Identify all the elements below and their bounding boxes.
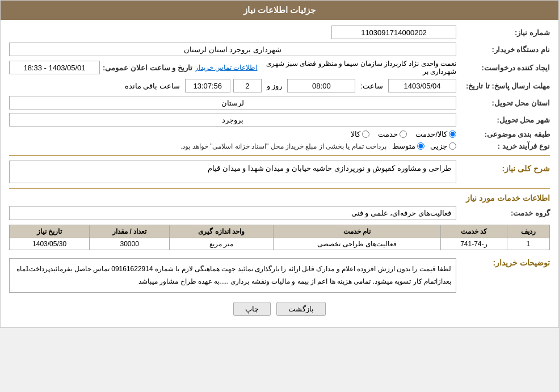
sharh-label: شرح کلی نیاز: (459, 164, 550, 173)
table-row: 1ر-74-741فعالیت‌های طراحی تخصصیمتر مربع3… (10, 238, 550, 250)
tarikh-label: تاریخ و ساعت اعلان عمومی: (103, 64, 192, 72)
tosihaat-row: توضیحات خریدار: لطفا قیمت را بدون ارزش ا… (9, 255, 550, 296)
farayand-row: نوع فرآیند خرید : جزیی متوسط پرداخت تمام… (9, 142, 550, 150)
tosihaat-label: توضیحات خریدار: (459, 258, 550, 267)
sharh-row: شرح کلی نیاز: طراحی و مشاوره کفپوش و نور… (9, 161, 550, 183)
dastgah-label: نام دستگاه خریدار: (459, 45, 550, 54)
motavasset-option[interactable]: متوسط (392, 142, 424, 150)
page-title: جزئیات اطلاعات نیاز (243, 5, 316, 15)
divider-1 (9, 155, 550, 156)
mohlat-row: مهلت ارسال پاسخ: تا تاریخ: 1403/05/04 سا… (9, 79, 550, 92)
saat-label: ساعت باقی مانده (125, 82, 180, 90)
kala-label: کالا (351, 130, 360, 138)
cell-kod: ر-74-741 (441, 238, 507, 250)
services-table-section: ردیف کد خدمت نام خدمت واحد اندازه گیری ت… (9, 225, 550, 250)
shahr-label: شهر محل تحویل: (459, 116, 550, 124)
col-vahed: واحد اندازه گیری (170, 225, 274, 238)
time-value: 08:00 (287, 79, 355, 92)
sharh-value: طراحی و مشاوره کفپوش و نورپردازی حاشیه خ… (9, 161, 456, 183)
tarikh-value: 1403/05/01 - 18:33 (9, 61, 100, 74)
ostan-row: استان محل تحویل: لرستان (9, 96, 550, 109)
cell-tarikh: 1403/05/30 (10, 238, 90, 250)
print-button[interactable]: چاپ (233, 302, 271, 316)
ostan-label: استان محل تحویل: (459, 99, 550, 107)
col-nam: نام خدمت (274, 225, 441, 238)
shomara-value: 1103091714000202 (331, 26, 456, 39)
shahr-value: بروجرد (9, 113, 456, 127)
khadamat-radio[interactable] (400, 130, 407, 138)
jozei-radio[interactable] (449, 142, 456, 150)
mohlat-label: مهلت ارسال پاسخ: تا تاریخ: (459, 82, 550, 90)
cell-vahed: متر مربع (170, 238, 274, 250)
khadamat-label: خدمت (378, 130, 398, 138)
motavasset-label: متوسط (392, 142, 415, 150)
date-value: 1403/05/04 (388, 79, 456, 92)
farayand-desc: پرداخت تمام یا بخشی از مبلغ خریداز محل "… (180, 142, 386, 150)
col-tarikh: تاریخ نیاز (10, 225, 90, 238)
back-button[interactable]: بازگشت (276, 302, 326, 316)
tabaqe-label: طبقه بندی موضوعی: (459, 130, 550, 138)
col-radif: ردیف (507, 225, 549, 238)
ijad-value: نعمت واحدی نژاد کاربرداز سازمان سیما و م… (260, 60, 456, 75)
shomara-row: شماره نیاز: 1103091714000202 (9, 26, 550, 39)
tosihaat-value: لطفا قیمت را بدون ارزش افزوده اعلام و مد… (9, 258, 456, 293)
services-table: ردیف کد خدمت نام خدمت واحد اندازه گیری ت… (9, 225, 550, 250)
kala-option[interactable]: کالا (351, 130, 369, 138)
dastgah-value: شهرداری بروجرد استان لرستان (9, 43, 456, 56)
cell-tedad: 30000 (90, 238, 170, 250)
shahr-row: شهر محل تحویل: بروجرد (9, 113, 550, 127)
gorooh-value: فعالیت‌های حرفه‌ای، علمی و فنی (9, 206, 456, 220)
cell-radif: 1 (507, 238, 549, 250)
tamas-link[interactable]: اطلاعات تماس خریدار (195, 64, 258, 71)
gorooh-row: گروه خدمت: فعالیت‌های حرفه‌ای، علمی و فن… (9, 206, 550, 220)
kala-khadamat-radio[interactable] (449, 130, 456, 138)
khadamat-option[interactable]: خدمت (378, 130, 407, 138)
ijad-label: ایجاد کننده درخواست: (459, 64, 550, 72)
kala-radio[interactable] (362, 130, 369, 138)
motavasset-radio[interactable] (417, 142, 424, 150)
col-kod: کد خدمت (441, 225, 507, 238)
shomara-label: شماره نیاز: (459, 28, 550, 37)
gorooh-label: گروه خدمت: (459, 209, 550, 217)
rooz-label: روز و (267, 82, 283, 90)
farayand-options: جزیی متوسط پرداخت تمام یا بخشی از مبلغ خ… (180, 142, 456, 150)
tabaqe-radio-group: کالا/خدمت خدمت کالا (351, 130, 456, 138)
time-label: ساعت: (360, 82, 383, 90)
saat-remaining: 13:07:56 (185, 79, 230, 92)
divider-2 (9, 188, 550, 189)
ijad-row: ایجاد کننده درخواست: نعمت واحدی نژاد کار… (9, 60, 550, 75)
ostan-value: لرستان (9, 96, 456, 109)
kala-khadamat-label: کالا/خدمت (415, 130, 447, 138)
button-row: بازگشت چاپ (9, 302, 550, 316)
cell-nam: فعالیت‌های طراحی تخصصی (274, 238, 441, 250)
dastgah-row: نام دستگاه خریدار: شهرداری بروجرد استان … (9, 43, 550, 56)
page-header: جزئیات اطلاعات نیاز (1, 1, 558, 20)
farayand-label: نوع فرآیند خرید : (459, 142, 550, 150)
tabaqe-row: طبقه بندی موضوعی: کالا/خدمت خدمت کالا (9, 130, 550, 138)
khadamat-title: اطلاعات خدمات مورد نیاز (9, 193, 550, 203)
jozei-option[interactable]: جزیی (430, 142, 456, 150)
rooz-value: 2 (233, 79, 262, 92)
kala-khadamat-option[interactable]: کالا/خدمت (415, 130, 456, 138)
col-tedad: تعداد / مقدار (90, 225, 170, 238)
jozei-label: جزیی (430, 142, 447, 150)
